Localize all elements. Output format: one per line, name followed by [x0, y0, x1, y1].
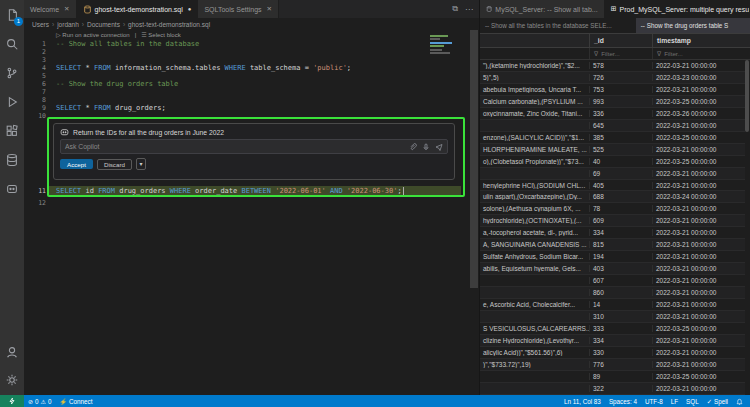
copilot-input[interactable]: Ask Copilot [60, 139, 448, 154]
result-row[interactable]: abilis, Equisetum hyemale, Gels...403202… [480, 263, 745, 275]
result-row[interactable]: 692022-03-21 00:00:00 [480, 168, 745, 180]
code-line[interactable]: SELECT id FROM drug_orders WHERE order_d… [56, 187, 404, 195]
results-grid-header: _id timestamp [480, 34, 750, 48]
result-cell-id: 403 [589, 265, 652, 272]
tab-prod-mysql-server-results[interactable]: ⊞ Prod_MySQL_Server: multiple query resu… [605, 0, 750, 18]
result-cell-details: alicylic Acid))","$561.56)",6) [480, 349, 589, 356]
result-row[interactable]: HLORPHENIRAMINE MALEATE, ...5252022-03-2… [480, 144, 745, 156]
result-row[interactable]: enzone),(SALICYLIC ACID))","$1...3852022… [480, 132, 745, 144]
result-row[interactable]: alicylic Acid))","$561.56)",6)3302022-03… [480, 347, 745, 359]
list-icon: ☰ [141, 32, 146, 38]
database-icon[interactable] [1, 150, 23, 170]
line-number: 3 [24, 56, 46, 64]
result-cell-details: hydrochloride),(OCTINOXATE),(... [480, 217, 589, 224]
select-block-codelens[interactable]: ☰ Select block [141, 31, 180, 38]
result-row[interactable]: clizine Hydrochloride),(Levothyr...33420… [480, 335, 745, 347]
code-line[interactable]: -- Show the drug orders table [56, 80, 178, 88]
result-row[interactable]: hydrochloride),(OCTINOXATE),(...6092022-… [480, 215, 745, 227]
result-row[interactable]: Calcium carbonate),(PSYLLIUM ...9932022-… [480, 96, 745, 108]
tab-mysql-server-results[interactable]: MySQL_Server: -- Show all tab... [480, 0, 605, 18]
code-line[interactable]: -- Show all tables in the database [56, 40, 199, 48]
result-cell-timestamp: 2022-03-25 00:00:00 [652, 158, 745, 165]
results-scrollbar[interactable] [745, 60, 749, 132]
result-row[interactable]: 6072022-03-21 00:00:00 [480, 275, 745, 287]
result-row[interactable]: 3222022-03-21 00:00:00 [480, 383, 745, 395]
result-cell-details: o),(Clobetasol Propionate))","$73... [480, 158, 589, 165]
code-editor[interactable]: ▷ Run on active connection | ☰ Select bl… [24, 0, 479, 395]
result-row[interactable]: "),(ketamine hydrochloride)","$2...57820… [480, 60, 745, 72]
result-row[interactable]: 6452022-03-21 00:00:00 [480, 120, 745, 132]
remote-indicator[interactable] [0, 395, 24, 407]
result-row[interactable]: henylephrine HCl),(SODIUM CHL...4052022-… [480, 180, 745, 192]
column-header-id[interactable]: _id [589, 34, 652, 47]
vscode-window: 1 Welco [0, 0, 750, 407]
result-row[interactable]: S VESICULOSUS,CALCAREARRS...3332022-03-2… [480, 323, 745, 335]
send-icon[interactable] [435, 143, 443, 151]
search-icon[interactable] [1, 34, 23, 54]
attach-paperclip-icon[interactable] [409, 143, 417, 151]
run-codelens[interactable]: ▷ Run on active connection [56, 31, 130, 38]
result-cell-id: 194 [589, 253, 652, 260]
subtab-show-drug-orders[interactable]: -- Show the drug orders table S [636, 18, 750, 33]
minimap[interactable] [428, 33, 456, 123]
result-row[interactable]: e, Ascorbic Acid, Cholecalcifer...142022… [480, 299, 745, 311]
connect-status[interactable]: ⚡ Connect [55, 398, 96, 405]
result-row[interactable]: o),(Clobetasol Propionate))","$73...4020… [480, 156, 745, 168]
code-token: order_date [191, 187, 242, 195]
microphone-icon[interactable] [422, 143, 430, 151]
copilot-inline-chat: Return the IDs for all the drug orders i… [53, 123, 455, 180]
result-row[interactable]: 5)",5)7262022-03-23 00:00:00 [480, 72, 745, 84]
result-cell-timestamp: 2022-03-21 00:00:00 [652, 253, 745, 260]
result-cell-details: abebuia Impetiginosa, Uncaria T... [480, 86, 589, 93]
notifications-bell[interactable] [732, 398, 747, 405]
code-line[interactable]: SELECT * FROM information_schema.tables … [56, 64, 351, 72]
explorer-icon[interactable]: 1 [1, 5, 23, 25]
result-row[interactable]: 892022-03-25 00:00:00 [480, 371, 745, 383]
result-row[interactable]: a,-tocopherol acetate, dl-, pyrid...3342… [480, 227, 745, 239]
code-token: * [81, 64, 94, 72]
line-col-status[interactable]: Ln 11, Col 83 [560, 398, 605, 405]
account-icon[interactable] [1, 342, 23, 362]
filter-cell-details[interactable] [480, 48, 589, 59]
code-token: AND [330, 187, 343, 195]
result-row[interactable]: abebuia Impetiginosa, Uncaria T...753202… [480, 84, 745, 96]
discard-button[interactable]: Discard [97, 159, 132, 170]
extensions-icon[interactable] [1, 121, 23, 141]
accept-button[interactable]: Accept [60, 159, 93, 169]
column-header-timestamp[interactable]: timestamp [652, 34, 745, 47]
subtab-show-all-tables[interactable]: -- Show all the tables in the database S… [480, 18, 636, 33]
result-row[interactable]: A, SANGUINARIA CANADENSIS ...8152022-03-… [480, 239, 745, 251]
result-row[interactable]: oxycinnamate, Zinc Oxide, Titani...33620… [480, 108, 745, 120]
result-row[interactable]: Sulfate Anhydrous, Sodium Bicar...194202… [480, 251, 745, 263]
run-debug-icon[interactable] [1, 92, 23, 112]
result-cell-timestamp: 2022-03-24 00:00:00 [652, 193, 745, 200]
discard-dropdown-icon[interactable]: ▾ [136, 158, 146, 170]
filter-cell-timestamp[interactable]: ∇ Filter... [652, 48, 745, 59]
result-cell-timestamp: 2022-03-21 00:00:00 [652, 241, 745, 248]
result-cell-id: 78 [589, 205, 652, 212]
result-cell-timestamp: 2022-03-21 00:00:00 [652, 146, 745, 153]
spell-label: Spell [714, 398, 728, 405]
result-cell-timestamp: 2022-03-21 00:00:00 [652, 86, 745, 93]
result-row[interactable]: )","$733.72)",19)7762022-03-21 00:00:00 [480, 359, 745, 371]
result-row[interactable]: 8602022-03-21 00:00:00 [480, 287, 745, 299]
eol-status[interactable]: LF [667, 398, 682, 405]
result-row[interactable]: 3102022-03-21 00:00:00 [480, 311, 745, 323]
indentation-status[interactable]: Spaces: 4 [605, 398, 641, 405]
copilot-chat-icon[interactable] [1, 179, 23, 199]
column-header-details[interactable] [480, 34, 589, 47]
result-row[interactable]: solone),(Aethusa cynapium 6X, ...782022-… [480, 203, 745, 215]
result-row[interactable]: ulin aspart),(Oxcarbazepine),(Dy...68820… [480, 191, 745, 203]
spell-status[interactable]: ✓ Spell [703, 398, 732, 405]
settings-gear-icon[interactable] [1, 370, 23, 390]
source-control-icon[interactable] [1, 63, 23, 83]
editor-scrollbar[interactable] [470, 30, 478, 288]
language-status[interactable]: SQL [682, 398, 703, 405]
problems-status[interactable]: ⊘ 0 ⚠ 0 [24, 398, 55, 405]
play-icon: ▷ [56, 32, 61, 38]
results-grid[interactable]: "),(ketamine hydrochloride)","$2...57820… [480, 60, 745, 395]
result-cell-id: 578 [589, 62, 652, 69]
encoding-status[interactable]: UTF-8 [641, 398, 667, 405]
code-line[interactable]: SELECT * FROM drug_orders; [56, 104, 166, 112]
filter-cell-id[interactable]: ∇ Filter... [589, 48, 652, 59]
